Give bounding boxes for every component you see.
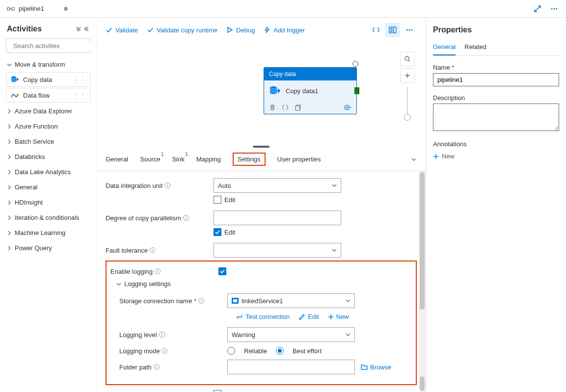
logging-settings-toggle[interactable]: Logging settings [116,280,411,287]
cat-hdinsight[interactable]: HDInsight [3,195,93,210]
svg-point-8 [17,94,19,96]
data-flow-icon [10,91,19,99]
annotations-label: Annotations [433,140,559,148]
tab-settings[interactable]: Settings [233,153,266,166]
braces-icon[interactable] [282,104,289,111]
diu-edit-checkbox[interactable] [214,196,221,204]
new-linked-service-button[interactable]: New [328,313,349,320]
prop-tab-related[interactable]: Related [464,43,486,55]
cat-batch-service[interactable]: Batch Service [3,134,93,149]
edit-icon [298,314,305,320]
properties-toggle-button[interactable] [385,23,400,37]
log-mode-label: Logging mode [119,347,160,355]
radio-reliable[interactable] [227,347,235,355]
pipeline-description-input[interactable] [433,104,559,131]
info-icon[interactable]: i [155,268,161,274]
tab-mapping[interactable]: Mapping [196,154,221,165]
folder-path-label: Folder path [119,364,152,371]
dcp-edit-checkbox[interactable] [214,228,221,236]
move-transform-group[interactable]: Move & transform [3,58,93,71]
info-icon[interactable]: i [183,215,189,221]
new-annotation-button[interactable]: New [433,153,559,160]
zoom-slider[interactable] [407,87,408,117]
pipeline-canvas[interactable]: Copy data Copy data1 [97,43,426,146]
info-icon[interactable]: i [154,364,160,370]
autofit-button[interactable] [400,52,415,66]
zoom-in-button[interactable] [400,68,415,83]
tab-source[interactable]: Source1 [140,154,160,165]
add-output-icon[interactable] [344,104,351,111]
validate-button[interactable]: Validate [106,26,138,34]
activity-copy-data[interactable]: Copy data ⋮⋮ [6,72,90,87]
code-view-button[interactable] [369,23,383,37]
node-name: Copy data1 [286,87,319,95]
cat-machine-learning[interactable]: Machine Learning [3,225,93,240]
pipeline-tab[interactable]: pipeline1 [0,0,75,17]
more-icon[interactable] [547,2,561,16]
check-icon [106,26,112,33]
delete-icon[interactable] [269,104,276,111]
copy-data-node[interactable]: Copy data Copy data1 [264,67,357,114]
edit-linked-service-button[interactable]: Edit [298,313,319,320]
cat-azure-data-explorer[interactable]: Azure Data Explorer [3,104,93,119]
node-output-port[interactable] [354,87,359,94]
cat-databricks[interactable]: Databricks [3,149,93,164]
diu-select[interactable]: Auto [214,178,341,193]
pipeline-tab-label: pipeline1 [19,5,44,12]
enable-staging-checkbox[interactable] [214,390,221,392]
activity-data-flow[interactable]: Data flow ⋮⋮ [6,88,90,103]
folder-path-input[interactable] [227,360,355,374]
node-error-indicator [352,61,358,67]
log-level-select[interactable]: Warning [227,327,355,342]
toolbar-more-button[interactable] [402,23,417,37]
collapse-panel-icon[interactable] [411,157,417,162]
collapse-sidebar-icon[interactable] [83,26,89,32]
pipeline-toolbar: Validate Validate copy runtime Debug Add… [97,18,426,43]
grip-icon: ⋮⋮ [73,92,86,99]
browse-button[interactable]: Browse [361,364,391,371]
radio-best-effort[interactable] [276,347,284,355]
validate-copy-runtime-button[interactable]: Validate copy runtime [147,26,217,34]
dirty-indicator [64,7,68,11]
settings-scrollbar[interactable] [419,171,426,392]
add-trigger-button[interactable]: Add trigger [264,26,305,34]
node-header: Copy data [264,68,356,80]
storage-icon [232,298,239,304]
config-tabs: General Source1 Sink1 Mapping Settings U… [97,148,426,171]
dcp-input[interactable] [214,210,341,225]
copy-icon[interactable] [295,104,301,111]
info-icon[interactable]: i [164,183,170,188]
cat-iteration-conditionals[interactable]: Iteration & conditionals [3,210,93,225]
panel-resize-handle[interactable] [253,146,270,148]
pipeline-name-input[interactable] [433,73,559,86]
tab-general[interactable]: General [106,154,128,165]
test-connection-button[interactable]: Test connection [236,313,290,320]
svg-point-7 [11,96,13,98]
search-input[interactable] [13,42,96,50]
plus-icon [328,314,334,320]
svg-point-3 [554,8,555,9]
enable-logging-checkbox[interactable] [218,267,226,275]
cat-azure-function[interactable]: Azure Function [3,119,93,134]
expand-icon[interactable] [531,2,544,16]
zoom-thumb[interactable] [404,114,411,121]
properties-title: Properties [433,26,559,34]
prop-tab-general[interactable]: General [433,43,456,55]
cat-power-query[interactable]: Power Query [3,240,93,256]
tab-user-properties[interactable]: User properties [277,154,321,165]
info-icon[interactable]: i [159,332,165,338]
svg-point-2 [551,8,553,9]
debug-button[interactable]: Debug [226,26,255,34]
info-icon[interactable]: i [198,298,204,304]
tab-sink[interactable]: Sink1 [172,154,184,165]
svg-rect-1 [12,7,14,10]
info-icon[interactable]: i [162,348,167,354]
cat-data-lake-analytics[interactable]: Data Lake Analytics [3,164,93,180]
cat-general[interactable]: General [3,180,93,195]
svg-rect-0 [7,7,10,10]
storage-select[interactable]: linkedService1 [227,293,355,308]
ft-select[interactable] [214,243,341,258]
info-icon[interactable]: i [150,247,156,253]
search-activities[interactable] [6,38,90,53]
collapse-all-icon[interactable] [76,26,81,32]
